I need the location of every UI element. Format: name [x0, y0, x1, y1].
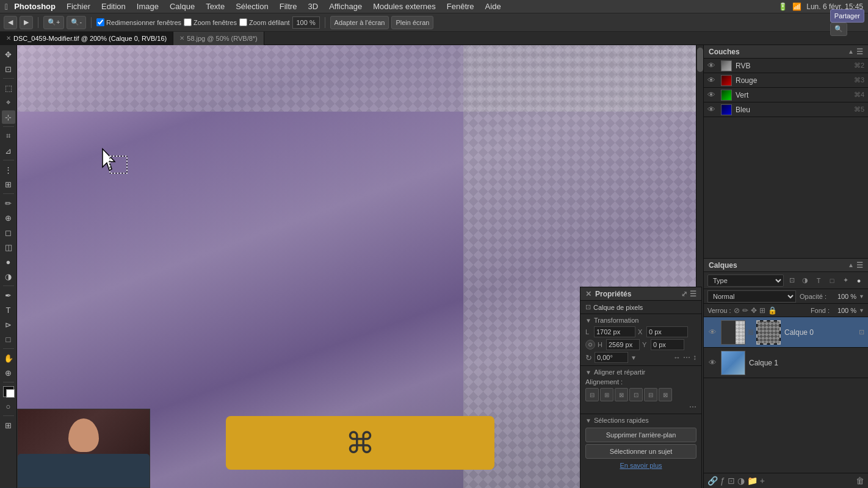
remove-bg-btn[interactable]: Supprimer l'arrière-plan: [585, 428, 696, 442]
menu-filtre[interactable]: Filtre: [275, 1, 302, 12]
tab-close-secondary[interactable]: ✕: [179, 35, 184, 41]
tool-marquee[interactable]: ⬚: [2, 81, 15, 95]
tool-quickmask[interactable]: ○: [2, 400, 15, 413]
menu-affichage[interactable]: Affichage: [324, 1, 367, 12]
tool-shape[interactable]: □: [2, 332, 15, 346]
delete-layer-icon[interactable]: 🗑: [856, 476, 864, 486]
fill-input[interactable]: [832, 305, 856, 316]
Y-value[interactable]: [651, 339, 684, 350]
channels-collapse[interactable]: ▲: [848, 48, 854, 55]
X-value[interactable]: [646, 326, 688, 337]
layer-calque1[interactable]: 👁 Calque 1: [704, 348, 868, 378]
menu-fichier[interactable]: Fichier: [62, 1, 95, 12]
align-collapse-icon[interactable]: ▼: [585, 369, 591, 376]
menu-fenetre[interactable]: Fenêtre: [442, 1, 479, 12]
channel-rgb-visibility[interactable]: 👁: [707, 61, 717, 70]
add-style-icon[interactable]: ƒ: [720, 476, 725, 486]
lock-position-icon[interactable]: ✥: [751, 306, 757, 315]
props-menu[interactable]: ☰: [690, 290, 696, 298]
lock-all-icon[interactable]: 🔒: [768, 306, 777, 315]
menu-selection[interactable]: Sélection: [231, 1, 273, 12]
add-group-icon[interactable]: 📁: [747, 476, 758, 486]
tool-select[interactable]: ⊹: [2, 110, 15, 124]
tool-artboard[interactable]: ⊡: [2, 62, 15, 76]
flip-h-icon[interactable]: ↔: [673, 353, 681, 362]
toolbar-zoom-fit[interactable]: 🔍+: [43, 16, 64, 29]
toolbar-nav-left[interactable]: ◀: [4, 16, 17, 29]
channel-green-visibility[interactable]: 👁: [707, 90, 717, 99]
channel-blue-visibility[interactable]: 👁: [707, 105, 717, 114]
tool-clone[interactable]: ⊕: [2, 211, 15, 224]
add-layer-icon[interactable]: +: [760, 476, 765, 486]
channel-green[interactable]: 👁 Vert ⌘4: [704, 88, 868, 102]
align-more-icon[interactable]: ⋯: [689, 403, 696, 411]
tool-brush[interactable]: ✏: [2, 196, 15, 210]
tool-screen-mode[interactable]: ⊞: [2, 418, 15, 432]
tool-crop[interactable]: ⌗: [2, 129, 15, 143]
share-btn[interactable]: Partager: [830, 9, 864, 23]
tool-text[interactable]: T: [2, 303, 15, 317]
tool-path[interactable]: ⊳: [2, 318, 15, 331]
filter-smart-icon[interactable]: ✦: [840, 275, 851, 286]
filter-shape-icon[interactable]: □: [826, 275, 837, 286]
filter-pixel-icon[interactable]: ⊡: [786, 275, 797, 286]
toolbar-nav-right[interactable]: ▶: [20, 16, 33, 29]
tab-main[interactable]: ✕ DSC_0459-Modifier.tif @ 200% (Calque 0…: [0, 32, 173, 45]
tool-eyedropper[interactable]: ⋮: [2, 163, 15, 176]
tool-lasso[interactable]: ⌖: [2, 96, 15, 109]
menu-edition[interactable]: Edition: [96, 1, 131, 12]
tab-close-main[interactable]: ✕: [6, 35, 11, 41]
search-btn[interactable]: 🔍: [830, 23, 847, 36]
menu-3d[interactable]: 3D: [303, 1, 324, 12]
resize-windows-checkbox[interactable]: [96, 18, 104, 26]
zoom-input[interactable]: [292, 16, 320, 29]
toolbar-zoom-out[interactable]: 🔍-: [67, 16, 86, 29]
channel-red[interactable]: 👁 Rouge ⌘3: [704, 73, 868, 88]
props-expand[interactable]: ⤢: [681, 290, 687, 298]
learn-more-link[interactable]: En savoir plus: [585, 461, 696, 470]
align-left-icon[interactable]: ⊟: [585, 388, 599, 401]
filter-toggle[interactable]: ●: [853, 275, 864, 286]
channel-red-visibility[interactable]: 👁: [707, 76, 717, 85]
channels-menu[interactable]: ☰: [856, 48, 863, 56]
align-bottom-icon[interactable]: ⊠: [659, 388, 672, 401]
align-right-icon[interactable]: ⊠: [615, 388, 628, 401]
blend-mode-select[interactable]: Normal: [707, 290, 796, 303]
filter-text-icon[interactable]: T: [813, 275, 824, 286]
lock-artboard-icon[interactable]: ⊞: [759, 306, 765, 315]
opacity-chevron[interactable]: ▼: [859, 293, 864, 300]
align-top-icon[interactable]: ⊡: [629, 388, 643, 401]
angle-chevron[interactable]: ▼: [631, 354, 637, 361]
background-color[interactable]: [6, 389, 15, 398]
tool-blur[interactable]: ●: [2, 255, 15, 268]
menu-texte[interactable]: Texte: [201, 1, 230, 12]
lock-transparent-icon[interactable]: ⊘: [734, 306, 740, 315]
tool-pen[interactable]: ✒: [2, 289, 15, 302]
align-center-h-icon[interactable]: ⊞: [600, 388, 613, 401]
tab-secondary[interactable]: ✕ 58.jpg @ 50% (RVB/8*): [173, 32, 264, 45]
tool-eraser[interactable]: ◻: [2, 226, 15, 239]
quick-collapse-icon[interactable]: ▼: [585, 417, 591, 424]
layer1-visibility[interactable]: 👁: [707, 358, 717, 368]
full-screen-btn[interactable]: Plein écran: [391, 16, 433, 29]
tool-slice[interactable]: ⊿: [2, 144, 15, 157]
layer0-visibility[interactable]: 👁: [707, 328, 717, 337]
add-adjustment-icon[interactable]: ◑: [737, 476, 745, 486]
layers-collapse[interactable]: ▲: [848, 262, 854, 268]
layer0-options[interactable]: ⊡: [859, 328, 864, 336]
filter-adjust-icon[interactable]: ◑: [800, 275, 811, 286]
select-subject-btn[interactable]: Sélectionner un sujet: [585, 444, 696, 459]
layer-calque0[interactable]: 👁 ⛓ Calque 0 ⊡: [704, 317, 868, 348]
adapt-screen-btn[interactable]: Adapter à l'écran: [330, 16, 389, 29]
props-close[interactable]: ✕: [585, 290, 591, 298]
L-value[interactable]: [594, 326, 635, 337]
channel-rgb[interactable]: 👁 RVB ⌘2: [704, 59, 868, 73]
tool-move[interactable]: ✥: [2, 48, 15, 61]
tool-gradient[interactable]: ◫: [2, 240, 15, 254]
layers-filter-select[interactable]: Type: [707, 274, 784, 287]
tool-dodge[interactable]: ◑: [2, 270, 15, 283]
menu-modules[interactable]: Modules externes: [368, 1, 441, 12]
constrain-proportions-icon[interactable]: [585, 340, 595, 350]
zoom-defliant-checkbox[interactable]: [239, 18, 247, 26]
transformation-collapse-icon[interactable]: ▼: [585, 317, 591, 324]
